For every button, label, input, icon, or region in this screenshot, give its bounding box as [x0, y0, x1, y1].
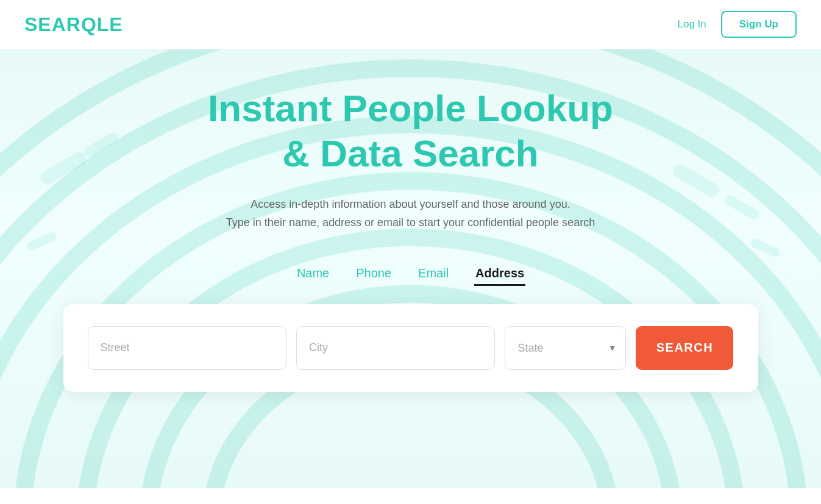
tab-name[interactable]: Name [296, 263, 330, 286]
search-button[interactable]: SEARCH [636, 326, 733, 370]
street-input[interactable] [88, 326, 286, 370]
login-button[interactable]: Log In [678, 18, 706, 30]
state-select[interactable]: StateALAKAZARCACOCTDEFLGAHIIDILINIAKSKYL… [505, 326, 626, 370]
search-form-container: StateALAKAZARCACOCTDEFLGAHIIDILINIAKSKYL… [63, 304, 758, 392]
search-form-row: StateALAKAZARCACOCTDEFLGAHIIDILINIAKSKYL… [88, 326, 734, 370]
tab-phone[interactable]: Phone [355, 263, 393, 286]
search-tabs: Name Phone Email Address [296, 263, 525, 286]
tab-email[interactable]: Email [417, 263, 450, 286]
state-select-wrapper: StateALAKAZARCACOCTDEFLGAHIIDILINIAKSKYL… [505, 326, 626, 370]
tab-address[interactable]: Address [474, 263, 525, 286]
nav-actions: Log In Sign Up [678, 11, 797, 38]
hero-content: Instant People Lookup & Data Search Acce… [0, 86, 821, 392]
hero-title: Instant People Lookup & Data Search [208, 86, 613, 177]
navbar: SEARQLE Log In Sign Up [0, 0, 821, 49]
logo: SEARQLE [24, 13, 123, 36]
hero-subtitle: Access in-depth information about yourse… [226, 195, 595, 232]
hero-section: Instant People Lookup & Data Search Acce… [0, 49, 821, 488]
city-input[interactable] [296, 326, 495, 370]
signup-button[interactable]: Sign Up [721, 11, 797, 38]
